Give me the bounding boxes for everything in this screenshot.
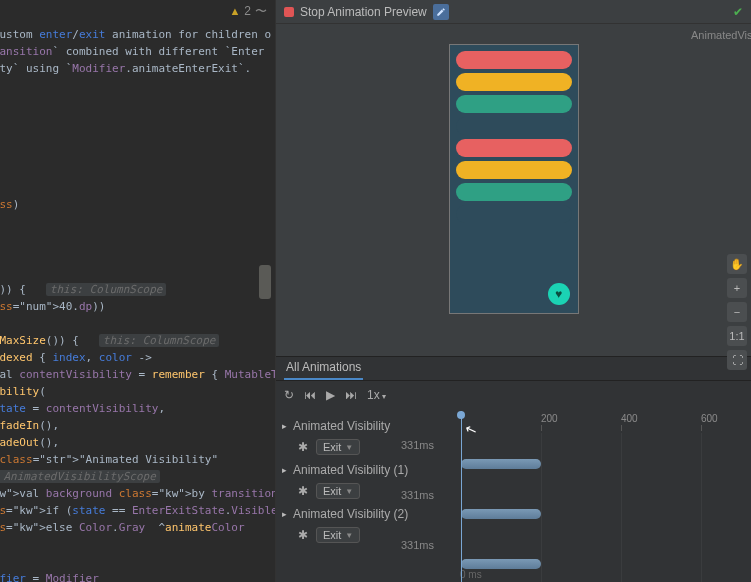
preview-bar bbox=[456, 205, 572, 223]
preview-bar bbox=[456, 139, 572, 157]
timeline-gridline bbox=[701, 433, 702, 582]
timeline-gridline bbox=[541, 433, 542, 582]
preview-bar bbox=[456, 161, 572, 179]
zoom-reset-button[interactable]: 1:1 bbox=[727, 326, 747, 346]
tab-all-animations[interactable]: All Animations bbox=[284, 356, 363, 380]
editor-status-bar: ▲ 2 〜 bbox=[0, 0, 275, 22]
timeline-ruler[interactable]: 2004006008001000 bbox=[456, 409, 751, 433]
ruler-tick: 200 bbox=[541, 413, 558, 424]
chevron-right-icon[interactable]: ▸ bbox=[282, 465, 287, 475]
preview-pane: Stop Animation Preview ✔ AnimatedVisibil… bbox=[275, 0, 751, 582]
animation-name[interactable]: Animated Visibility (2) bbox=[293, 507, 408, 521]
code-editor[interactable]: o create a custom enter/exit animation f… bbox=[0, 22, 275, 582]
expand-button[interactable]: ⛶ bbox=[727, 350, 747, 370]
warning-icon: ▲ bbox=[229, 5, 240, 17]
loop-button[interactable]: ↻ bbox=[284, 388, 294, 402]
inspections-indicator[interactable]: 〜 bbox=[255, 3, 267, 20]
chevron-right-icon[interactable]: ▸ bbox=[282, 421, 287, 431]
state-dropdown[interactable]: Exit▼ bbox=[316, 483, 360, 499]
zoom-in-button[interactable]: + bbox=[727, 278, 747, 298]
preview-side-tools: ✋ + − 1:1 ⛶ bbox=[727, 254, 747, 370]
zoom-out-button[interactable]: − bbox=[727, 302, 747, 322]
timeline-current-time: 0 ms bbox=[460, 569, 482, 580]
animation-inspector: All Animations ↻ ⏮ ▶ ⏭ 1x▾ ▸Animated Vis… bbox=[276, 356, 751, 582]
pan-button[interactable]: ✋ bbox=[727, 254, 747, 274]
preview-title[interactable]: Stop Animation Preview bbox=[300, 5, 427, 19]
next-frame-button[interactable]: ⏭ bbox=[345, 388, 357, 402]
editor-scrollbar-thumb[interactable] bbox=[259, 265, 271, 299]
ruler-tick: 400 bbox=[621, 413, 638, 424]
freeze-icon[interactable]: ✱ bbox=[296, 484, 310, 498]
animation-duration: 331ms bbox=[401, 539, 434, 551]
speed-dropdown[interactable]: 1x▾ bbox=[367, 388, 386, 402]
animation-track[interactable] bbox=[461, 559, 541, 569]
preview-bar bbox=[456, 51, 572, 69]
preview-bar bbox=[456, 95, 572, 113]
device-frame: ♥ bbox=[449, 44, 579, 314]
animation-tabs: All Animations bbox=[276, 357, 751, 381]
preview-device-label: AnimatedVisibility bbox=[691, 29, 751, 41]
animation-transport: ↻ ⏮ ▶ ⏭ 1x▾ bbox=[276, 381, 751, 409]
ruler-tick: 600 bbox=[701, 413, 718, 424]
chevron-right-icon[interactable]: ▸ bbox=[282, 509, 287, 519]
build-success-icon: ✔ bbox=[733, 5, 743, 19]
state-dropdown[interactable]: Exit▼ bbox=[316, 439, 360, 455]
animation-name[interactable]: Animated Visibility (1) bbox=[293, 463, 408, 477]
state-dropdown[interactable]: Exit▼ bbox=[316, 527, 360, 543]
stop-icon[interactable] bbox=[284, 7, 294, 17]
prev-frame-button[interactable]: ⏮ bbox=[304, 388, 316, 402]
preview-canvas[interactable]: AnimatedVisibility ♥ ✋ + − 1:1 ⛶ bbox=[276, 24, 751, 356]
animation-track[interactable] bbox=[461, 509, 541, 519]
timeline-gridline bbox=[621, 433, 622, 582]
design-mode-button[interactable] bbox=[433, 4, 449, 20]
animation-name[interactable]: Animated Visibility bbox=[293, 419, 390, 433]
animation-track[interactable] bbox=[461, 459, 541, 469]
code-editor-pane: ▲ 2 〜 o create a custom enter/exit anima… bbox=[0, 0, 275, 582]
timeline-playhead[interactable] bbox=[461, 411, 462, 582]
preview-bar bbox=[456, 73, 572, 91]
play-button[interactable]: ▶ bbox=[326, 388, 335, 402]
animation-timeline[interactable]: 2004006008001000 0 ms 331ms331ms331ms↖ bbox=[456, 409, 751, 582]
warning-count: 2 bbox=[244, 4, 251, 18]
fab-button[interactable]: ♥ bbox=[548, 283, 570, 305]
freeze-icon[interactable]: ✱ bbox=[296, 440, 310, 454]
freeze-icon[interactable]: ✱ bbox=[296, 528, 310, 542]
animation-duration: 331ms bbox=[401, 439, 434, 451]
preview-bar bbox=[456, 117, 572, 135]
preview-bar bbox=[456, 183, 572, 201]
animation-duration: 331ms bbox=[401, 489, 434, 501]
preview-toolbar: Stop Animation Preview ✔ bbox=[276, 0, 751, 24]
